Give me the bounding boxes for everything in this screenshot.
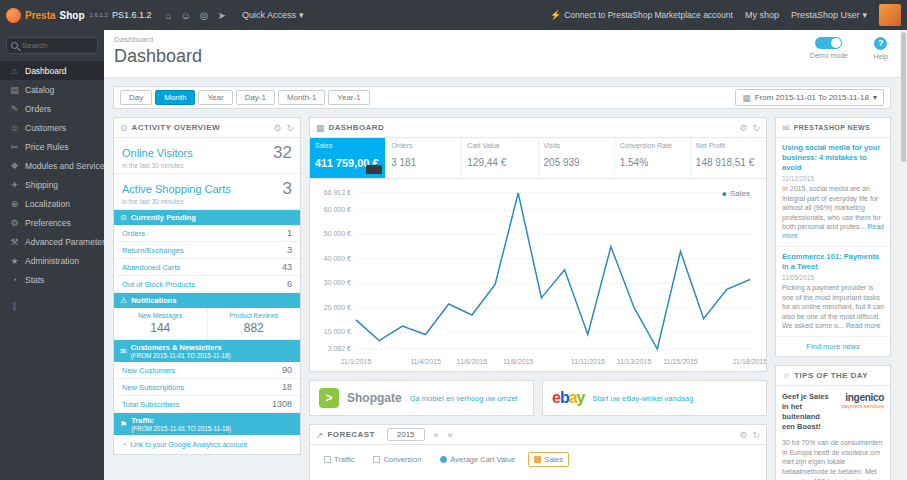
sidebar-item-dashboard[interactable]: ⌂Dashboard bbox=[0, 61, 104, 80]
news-item-date: 11/05/2015 bbox=[782, 274, 884, 281]
brand-version: 1.6.1.2 bbox=[90, 12, 108, 18]
gear-icon[interactable]: ⚙ bbox=[739, 123, 747, 133]
scrollbar-thumb[interactable] bbox=[901, 32, 906, 162]
toggle-switch[interactable] bbox=[815, 37, 842, 49]
abandoned-carts-row[interactable]: Abandoned Carts43 bbox=[114, 259, 300, 276]
new-subscriptions-row[interactable]: New Subscriptions18 bbox=[114, 379, 300, 396]
kpi-orders[interactable]: Orders 3 181 bbox=[386, 138, 462, 178]
filter-year-1-button[interactable]: Year-1 bbox=[328, 90, 369, 105]
rocket-icon[interactable]: ➤ bbox=[218, 10, 226, 21]
row-label: Out of Stock Products bbox=[122, 280, 195, 289]
sidebar-item-modules[interactable]: ❖Modules and Services bbox=[0, 156, 104, 175]
refresh-icon[interactable]: ↻ bbox=[286, 123, 294, 133]
next-year-icon[interactable]: » bbox=[448, 430, 453, 440]
filter-month-button[interactable]: Month bbox=[155, 90, 195, 105]
sidebar-search[interactable] bbox=[6, 37, 98, 54]
tips-panel-header: ☼ TIPS OF THE DAY bbox=[776, 366, 890, 386]
sidebar-item-advanced-parameters[interactable]: ⚒Advanced Parameters bbox=[0, 232, 104, 251]
active-carts-row: Active Shopping Carts in the last 30 min… bbox=[114, 174, 300, 210]
online-visitors-link[interactable]: Online Visitors bbox=[122, 147, 193, 159]
kpi-cart-value[interactable]: Cart Value 129,44 € bbox=[462, 138, 538, 178]
news-item-title[interactable]: Ecommerce 101: Payments in a Tweet bbox=[782, 252, 884, 272]
forecast-year-select[interactable]: 2015 bbox=[387, 428, 425, 441]
row-value: 1308 bbox=[272, 399, 292, 409]
svg-text:11/4/2015: 11/4/2015 bbox=[410, 358, 441, 365]
total-subscribers-row[interactable]: Total Subscribers1308 bbox=[114, 396, 300, 413]
online-visitors-row: Online Visitors in the last 30 minutes 3… bbox=[114, 138, 300, 174]
legend-average-cart-value[interactable]: Average Cart Value bbox=[434, 452, 521, 467]
page-header: Dashboard Dashboard Demo mode ? Help bbox=[104, 30, 900, 78]
quick-access-menu[interactable]: Quick Access ▾ bbox=[242, 10, 304, 20]
svg-text:11/18/2015: 11/18/2015 bbox=[733, 358, 766, 365]
sidebar-item-shipping[interactable]: ✈Shipping bbox=[0, 175, 104, 194]
legend-label: Sales bbox=[544, 455, 563, 464]
svg-text:60 000 €: 60 000 € bbox=[324, 206, 351, 213]
sidebar-item-price-rules[interactable]: ✂Price Rules bbox=[0, 137, 104, 156]
sidebar-item-customers[interactable]: ☺Customers bbox=[0, 118, 104, 137]
breadcrumb: Dashboard bbox=[114, 35, 153, 44]
my-shop-link[interactable]: My shop bbox=[745, 10, 779, 20]
kpi-net-profit[interactable]: Net Profit 148 918,51 € bbox=[691, 138, 766, 178]
marketplace-link[interactable]: ⚡ Connect to PrestaShop Marketplace acco… bbox=[550, 10, 733, 20]
svg-text:11/11/2015: 11/11/2015 bbox=[571, 358, 605, 365]
pending-returns-row[interactable]: Return/Exchanges3 bbox=[114, 242, 300, 259]
out-of-stock-row[interactable]: Out of Stock Products6 bbox=[114, 276, 300, 293]
read-more-link[interactable]: Read more bbox=[846, 322, 881, 329]
filter-year-button[interactable]: Year bbox=[198, 90, 232, 105]
svg-text:11/6/2015: 11/6/2015 bbox=[457, 358, 488, 365]
storefront-icon[interactable]: ⌂ bbox=[166, 10, 172, 21]
filter-day-1-button[interactable]: Day-1 bbox=[236, 90, 275, 105]
sidebar-item-localization[interactable]: ⊕Localization bbox=[0, 194, 104, 213]
sidebar-item-catalog[interactable]: ▤Catalog bbox=[0, 80, 104, 99]
refresh-icon[interactable]: ↻ bbox=[752, 123, 760, 133]
shopgate-link[interactable]: Ga mobiel en verhoog uw omzet bbox=[410, 394, 518, 403]
legend-traffic[interactable]: Traffic bbox=[318, 452, 360, 467]
sidebar-item-administration[interactable]: ★Administration bbox=[0, 251, 104, 270]
vertical-scrollbar[interactable] bbox=[900, 30, 907, 480]
help-button[interactable]: ? Help bbox=[874, 37, 888, 60]
user-label: PrestaShop User bbox=[791, 10, 860, 20]
prestashop-logo[interactable]: PrestaShop 1.6.1.2 bbox=[0, 8, 104, 23]
traffic-section-header: ⚑ Traffic (FROM 2015-11-01 TO 2015-11-18… bbox=[114, 413, 300, 435]
news-item-date: 11/12/2015 bbox=[782, 175, 884, 182]
notifications-section-header: ⚠ Notifications bbox=[114, 293, 300, 308]
ebay-link[interactable]: Start uw eBay-winkel vandaag bbox=[593, 394, 694, 403]
sidebar-item-orders[interactable]: ✎Orders bbox=[0, 99, 104, 118]
forecast-legend: Traffic Conversion Average Cart Value Sa… bbox=[310, 445, 766, 480]
search-input[interactable] bbox=[22, 41, 94, 50]
legend-conversion[interactable]: Conversion bbox=[367, 452, 427, 467]
sidebar-item-stats[interactable]: ◔Stats bbox=[0, 270, 104, 289]
people-icon[interactable]: ☺ bbox=[181, 10, 191, 21]
shop-name[interactable]: PS1.6.1.2 bbox=[112, 10, 152, 20]
find-more-news-link[interactable]: Find more news bbox=[776, 337, 890, 356]
kpi-conversion-rate[interactable]: Conversion Rate 1.54% bbox=[615, 138, 691, 178]
new-customers-row[interactable]: New Customers90 bbox=[114, 362, 300, 379]
legend-sales[interactable]: Sales bbox=[528, 452, 569, 467]
ebay-logo: ebay bbox=[552, 389, 585, 407]
date-range-picker[interactable]: ▦ From 2015-11-01 To 2015-11-18 ▾ bbox=[735, 89, 884, 106]
filter-day-button[interactable]: Day bbox=[120, 90, 152, 105]
filter-month-1-button[interactable]: Month-1 bbox=[278, 90, 325, 105]
demo-mode-toggle[interactable]: Demo mode bbox=[810, 37, 848, 59]
google-analytics-link[interactable]: ◔ Link to your Google Analytics account bbox=[114, 435, 300, 454]
avatar[interactable] bbox=[879, 4, 901, 26]
sidebar-item-preferences[interactable]: ⚙Preferences bbox=[0, 213, 104, 232]
pending-orders-row[interactable]: Orders1 bbox=[114, 225, 300, 242]
user-menu[interactable]: PrestaShop User ▾ bbox=[791, 10, 867, 20]
gear-icon[interactable]: ⚙ bbox=[739, 430, 747, 440]
product-reviews-cell[interactable]: Product Reviews 882 bbox=[208, 308, 301, 339]
news-panel-header: ✉ PRESTASHOP NEWS bbox=[776, 118, 890, 138]
support-icon[interactable]: ◎ bbox=[200, 10, 209, 21]
active-carts-link[interactable]: Active Shopping Carts bbox=[122, 183, 231, 195]
svg-text:11/15/2015: 11/15/2015 bbox=[663, 358, 698, 365]
pending-icon: ⊙ bbox=[120, 213, 127, 222]
prev-year-icon[interactable]: « bbox=[434, 430, 439, 440]
gear-icon[interactable]: ⚙ bbox=[273, 123, 281, 133]
kpi-visits[interactable]: Visits 205 939 bbox=[539, 138, 615, 178]
kpi-sales[interactable]: Sales 411 759,00 € bbox=[310, 138, 386, 178]
new-messages-cell[interactable]: New Messages 144 bbox=[114, 308, 208, 339]
shopgate-promo: > Shopgate Ga mobiel en verhoog uw omzet bbox=[309, 380, 534, 416]
news-item-title[interactable]: Using social media for your business: 4 … bbox=[782, 143, 884, 172]
sidebar-collapse-icon[interactable]: ∥ bbox=[0, 289, 104, 311]
refresh-icon[interactable]: ↻ bbox=[752, 430, 760, 440]
